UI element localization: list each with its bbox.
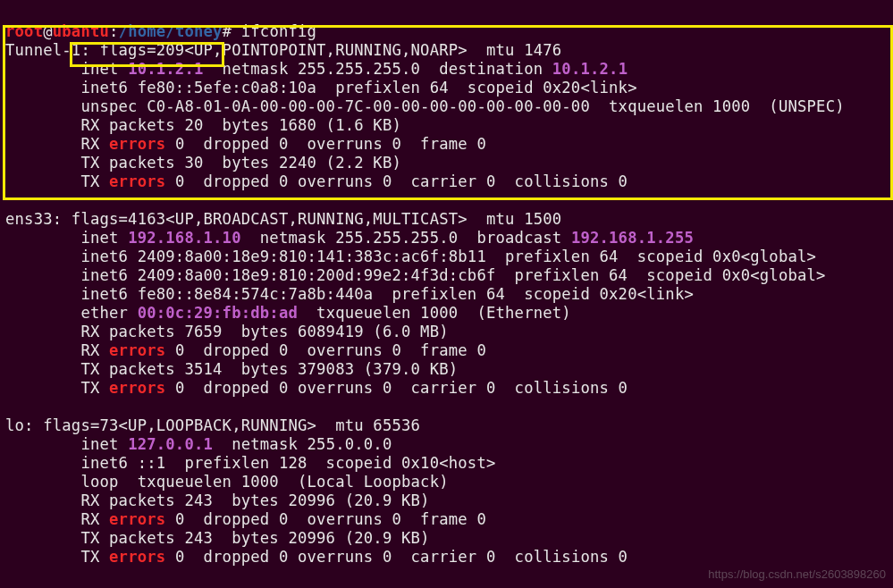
- t1-tx-packets: TX packets 30 bytes 2240 (2.2 KB): [5, 154, 401, 172]
- e-tx-packets: TX packets 3514 bytes 379083 (379.0 KB): [5, 360, 458, 378]
- lo-rx-packets: RX packets 243 bytes 20996 (20.9 KB): [5, 491, 430, 509]
- prompt-hash: #: [223, 22, 241, 40]
- e-tx-err-rest: 0 dropped 0 overruns 0 carrier 0 collisi…: [165, 379, 628, 397]
- e-ether-lbl: ether: [5, 304, 138, 322]
- tunnel-header: Tunnel-1: flags=209<UP,POINTOPOINT,RUNNI…: [5, 41, 561, 59]
- ens33-header: ens33: flags=4163<UP,BROADCAST,RUNNING,M…: [5, 210, 561, 228]
- rx-errors-word: errors: [109, 510, 165, 528]
- tx-errors-word: errors: [109, 379, 165, 397]
- command-text: ifconfig: [241, 22, 316, 40]
- ens33-mac: 00:0c:29:fb:db:ad: [138, 304, 298, 322]
- lo-loop: loop txqueuelen 1000 (Local Loopback): [5, 473, 449, 491]
- prompt-at: @: [43, 22, 53, 40]
- e-ether-rest: txqueuelen 1000 (Ethernet): [298, 304, 571, 322]
- lo-tx-packets: TX packets 243 bytes 20996 (20.9 KB): [5, 529, 430, 547]
- e-inet6c: inet6 fe80::8e84:574c:7a8b:440a prefixle…: [5, 285, 694, 303]
- e-tx-err-lbl: TX: [5, 379, 109, 397]
- tx-errors-word: errors: [109, 548, 165, 566]
- prompt-host: ubantu: [53, 22, 109, 40]
- t1-rx-err-rest: 0 dropped 0 overruns 0 frame 0: [165, 135, 486, 153]
- t1-netmask: netmask 255.255.255.0 destination: [204, 60, 552, 78]
- tx-errors-word: errors: [109, 172, 165, 190]
- lo-rx-err-rest: 0 dropped 0 overruns 0 frame 0: [165, 510, 486, 528]
- lo-tx-err-rest: 0 dropped 0 overruns 0 carrier 0 collisi…: [165, 548, 628, 566]
- lo-ip: 127.0.0.1: [128, 435, 213, 453]
- t1-rx-packets: RX packets 20 bytes 1680 (1.6 KB): [5, 116, 401, 134]
- prompt-colon: :: [109, 22, 119, 40]
- e-rx-err-rest: 0 dropped 0 overruns 0 frame 0: [165, 341, 486, 359]
- e-inet6a: inet6 2409:8a00:18e9:810:141:383c:ac6f:8…: [5, 248, 816, 265]
- e-netmask: netmask 255.255.255.0 broadcast: [241, 229, 571, 247]
- lo-rx-err-lbl: RX: [5, 510, 109, 528]
- t1-tx-err-rest: 0 dropped 0 overruns 0 carrier 0 collisi…: [165, 172, 628, 190]
- tunnel-ip: 10.1.2.1: [128, 60, 203, 78]
- e-inet-lbl: inet: [5, 229, 128, 247]
- t1-rx-err-lbl: RX: [5, 135, 109, 153]
- prompt-user: root: [5, 22, 43, 40]
- rx-errors-word: errors: [109, 135, 165, 153]
- terminal-output[interactable]: root@ubantu:/home/toney# ifconfig Tunnel…: [0, 0, 893, 567]
- lo-tx-err-lbl: TX: [5, 548, 109, 566]
- t1-tx-err-lbl: TX: [5, 172, 109, 190]
- tunnel-destination: 10.1.2.1: [552, 60, 628, 78]
- watermark-text: https://blog.csdn.net/s2603898260: [708, 567, 886, 581]
- t1-unspec: unspec C0-A8-01-0A-00-00-00-7C-00-00-00-…: [5, 97, 845, 115]
- e-rx-packets: RX packets 7659 bytes 6089419 (6.0 MB): [5, 323, 449, 340]
- ens33-ip: 192.168.1.10: [128, 229, 241, 247]
- lo-netmask: netmask 255.0.0.0: [213, 435, 392, 453]
- t1-inet6: inet6 fe80::5efe:c0a8:10a prefixlen 64 s…: [5, 79, 637, 97]
- prompt-path: /home/toney: [119, 22, 223, 40]
- t1-inet-lbl: inet: [5, 60, 128, 78]
- lo-inet-lbl: inet: [5, 435, 128, 453]
- rx-errors-word: errors: [109, 341, 165, 359]
- e-inet6b: inet6 2409:8a00:18e9:810:200d:99e2:4f3d:…: [5, 266, 826, 284]
- lo-inet6: inet6 ::1 prefixlen 128 scopeid 0x10<hos…: [5, 454, 495, 472]
- ens33-broadcast: 192.168.1.255: [571, 229, 694, 247]
- e-rx-err-lbl: RX: [5, 341, 109, 359]
- lo-header: lo: flags=73<UP,LOOPBACK,RUNNING> mtu 65…: [5, 416, 420, 434]
